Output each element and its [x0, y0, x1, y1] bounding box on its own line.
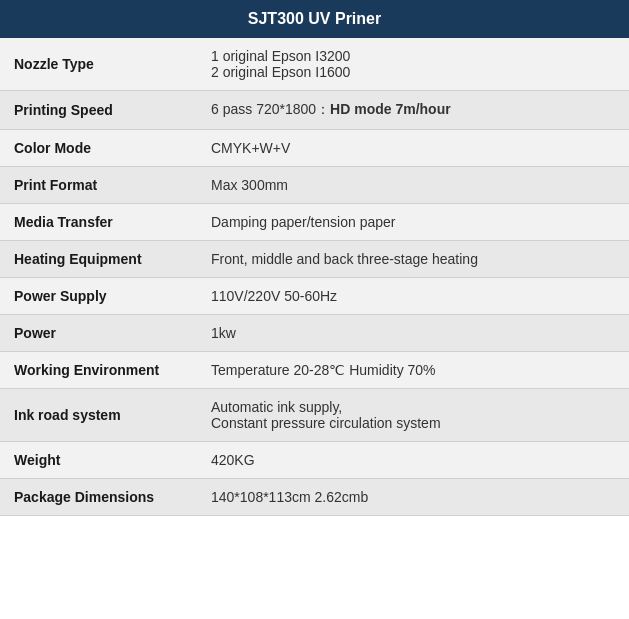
row-value: 1kw	[197, 315, 629, 352]
row-value-line: Automatic ink supply,	[211, 399, 342, 415]
table-row: Media TransferDamping paper/tension pape…	[0, 204, 629, 241]
row-label: Working Environment	[0, 352, 197, 389]
table-row: Weight420KG	[0, 442, 629, 479]
table-row: Ink road systemAutomatic ink supply,Cons…	[0, 389, 629, 442]
table-row: Package Dimensions140*108*113cm 2.62cmb	[0, 479, 629, 516]
row-label: Ink road system	[0, 389, 197, 442]
table-row: Power1kw	[0, 315, 629, 352]
row-label: Power Supply	[0, 278, 197, 315]
spec-table-container: SJT300 UV Priner Nozzle Type1 original E…	[0, 0, 629, 516]
table-row: Heating EquipmentFront, middle and back …	[0, 241, 629, 278]
table-row: Power Supply110V/220V 50-60Hz	[0, 278, 629, 315]
table-row: Color ModeCMYK+W+V	[0, 130, 629, 167]
row-label: Heating Equipment	[0, 241, 197, 278]
row-label: Package Dimensions	[0, 479, 197, 516]
row-label: Media Transfer	[0, 204, 197, 241]
printing-speed-normal: 6 pass 720*1800：	[211, 101, 330, 117]
table-header: SJT300 UV Priner	[0, 0, 629, 38]
row-label: Nozzle Type	[0, 38, 197, 91]
table-row: Nozzle Type1 original Epson I32002 origi…	[0, 38, 629, 91]
row-value: Front, middle and back three-stage heati…	[197, 241, 629, 278]
row-value: Damping paper/tension paper	[197, 204, 629, 241]
table-row: Working EnvironmentTemperature 20-28℃ Hu…	[0, 352, 629, 389]
row-value: 420KG	[197, 442, 629, 479]
row-value: Automatic ink supply,Constant pressure c…	[197, 389, 629, 442]
row-value: 1 original Epson I32002 original Epson I…	[197, 38, 629, 91]
row-label: Printing Speed	[0, 91, 197, 130]
row-label: Power	[0, 315, 197, 352]
row-value: 140*108*113cm 2.62cmb	[197, 479, 629, 516]
row-value-line: Constant pressure circulation system	[211, 415, 441, 431]
table-row: Printing Speed6 pass 720*1800：HD mode 7m…	[0, 91, 629, 130]
spec-table: Nozzle Type1 original Epson I32002 origi…	[0, 38, 629, 516]
row-label: Weight	[0, 442, 197, 479]
row-value-line: 2 original Epson I1600	[211, 64, 350, 80]
table-row: Print FormatMax 300mm	[0, 167, 629, 204]
row-value: Temperature 20-28℃ Humidity 70%	[197, 352, 629, 389]
printing-speed-bold: HD mode 7m/hour	[330, 101, 451, 117]
row-value-line: 1 original Epson I3200	[211, 48, 350, 64]
row-value: 6 pass 720*1800：HD mode 7m/hour	[197, 91, 629, 130]
header-title: SJT300 UV Priner	[248, 10, 381, 27]
row-label: Color Mode	[0, 130, 197, 167]
row-label: Print Format	[0, 167, 197, 204]
table-body: Nozzle Type1 original Epson I32002 origi…	[0, 38, 629, 516]
row-value: Max 300mm	[197, 167, 629, 204]
row-value: CMYK+W+V	[197, 130, 629, 167]
row-value: 110V/220V 50-60Hz	[197, 278, 629, 315]
